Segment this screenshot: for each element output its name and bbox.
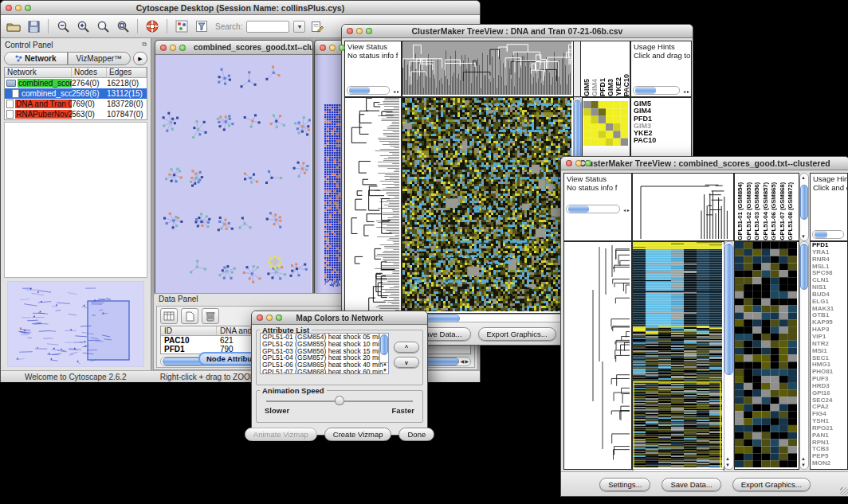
tv1-status-scrollbar[interactable] [347, 86, 390, 95]
tab-vizmapper[interactable]: VizMapper™ [68, 53, 131, 64]
close-button[interactable] [566, 160, 572, 166]
close-button[interactable] [160, 45, 167, 51]
dialog-titlebar[interactable]: Map Colors to Network [252, 311, 427, 325]
tv2-settings-button[interactable]: Settings... [599, 478, 650, 491]
zoom-fit-icon[interactable] [95, 18, 111, 34]
minimize-button[interactable] [575, 160, 582, 166]
tv1-global-heatmap[interactable] [402, 97, 574, 314]
scroll-up-arrow[interactable]: ▲ [383, 361, 387, 366]
attribute-select-icon[interactable] [160, 308, 178, 324]
zoom-button[interactable] [366, 28, 372, 34]
done-button[interactable]: Done [398, 428, 434, 441]
annotation-icon[interactable] [309, 18, 325, 34]
slider-thumb[interactable] [335, 396, 344, 405]
minimize-button[interactable] [356, 28, 363, 34]
minimize-button[interactable] [266, 315, 273, 321]
tv2-column-label[interactable]: GPL51-03 (GSM856) [753, 182, 762, 240]
move-up-button[interactable]: ^ [394, 342, 419, 353]
tv1-export-graphics-button[interactable]: Export Graphics... [478, 327, 556, 341]
close-button[interactable] [257, 315, 263, 321]
search-dropdown-arrow[interactable]: ▼ [293, 21, 305, 33]
minimize-button[interactable] [170, 45, 176, 51]
tv2-header-vscrollbar[interactable]: ▲▼ [799, 173, 809, 241]
tv2-column-label[interactable]: GPL51-02 (GSM855) [745, 182, 754, 240]
filter-icon[interactable] [194, 18, 210, 34]
search-input[interactable] [246, 21, 289, 33]
zoom-out-icon[interactable] [55, 18, 71, 34]
close-button[interactable] [6, 5, 12, 11]
zoom-selected-icon[interactable] [115, 18, 131, 34]
tv2-export-graphics-button[interactable]: Export Graphics... [732, 478, 811, 491]
tv1-column-dendrogram[interactable] [402, 41, 574, 97]
tv2-save-data-button[interactable]: Save Data... [662, 478, 720, 491]
tv1-column-label[interactable]: PFD1 [599, 78, 607, 96]
tv2-status-scrollbar[interactable] [566, 205, 620, 213]
float-panel-icon[interactable]: ⧉ [142, 41, 147, 49]
minimize-button[interactable] [15, 5, 22, 11]
scroll-down-arrow[interactable]: ▼ [383, 368, 387, 373]
tv2-button-bar: Settings... Save Data... Export Graphics… [561, 471, 848, 496]
tv1-correlation-matrix[interactable] [583, 101, 628, 146]
network-overview-birdseye[interactable] [7, 281, 144, 367]
tv2-column-label[interactable]: GPL51-07 (GSM868) [779, 182, 787, 240]
tv1-column-label[interactable]: GIM5 [583, 79, 591, 96]
tv2-column-label[interactable]: GPL51-08 (GSM872) [787, 182, 795, 240]
tv1-column-label[interactable]: GIM4 [591, 79, 599, 96]
zoom-button[interactable] [179, 45, 186, 51]
network-nodes-count: 2764(0) [72, 79, 107, 88]
open-session-button[interactable] [6, 18, 22, 34]
network-row[interactable]: combined_sco2569(6)13112(15) [5, 88, 147, 99]
tv2-genes-vscrollbar[interactable]: ▲▼ [799, 241, 809, 470]
close-button[interactable] [320, 45, 326, 51]
tv1-column-label[interactable]: YKE2 [614, 77, 622, 96]
zoom-button[interactable] [585, 160, 591, 166]
tv1-usage-scrollbar[interactable] [633, 86, 680, 95]
attribute-list[interactable]: GPL51-01 (GSM854) heat shock 05 minGPL51… [260, 333, 389, 374]
delete-attribute-trash-icon[interactable] [202, 308, 219, 324]
tv1-column-label[interactable]: PAC10 [622, 74, 630, 96]
tv2-column-label[interactable]: GPL51-04 (GSM857) [762, 182, 771, 240]
main-titlebar[interactable]: Cytoscape Desktop (Session Name: collins… [1, 1, 480, 15]
animate-vizmap-button[interactable]: Animate Vizmap [245, 428, 317, 441]
tv2-gene-label[interactable]: MON2 [812, 460, 847, 467]
network-row[interactable]: combined_scores2764(0)16218(0) [5, 78, 147, 88]
attribute-list-item[interactable]: GPL51-07 (GSM868) heat shock 60 min [261, 369, 388, 374]
zoom-button[interactable] [339, 45, 345, 51]
tv1-column-label[interactable]: GIM3 [607, 79, 614, 96]
tab-overflow-arrow[interactable]: ▶ [133, 52, 147, 65]
tv1-row-dendrogram[interactable] [344, 97, 402, 314]
zoom-button[interactable] [25, 5, 31, 11]
zoom-button[interactable] [276, 315, 282, 321]
tab-network[interactable]: Network [5, 53, 68, 64]
tv2-heatmap-vscrollbar[interactable]: ▲▼ [724, 241, 734, 470]
vizmapper-icon[interactable] [174, 18, 190, 34]
network-nodes-count: 2569(6) [72, 89, 107, 98]
tv2-zoom-heatmap[interactable] [734, 241, 799, 470]
tv2-row-dendrogram[interactable] [563, 241, 632, 470]
control-panel: Control Panel ⧉ Network VizMapper™ ▶ [1, 38, 151, 370]
zoom-in-icon[interactable] [75, 18, 91, 34]
treeview2-titlebar[interactable]: ClusterMaker TreeView : combined_scores_… [561, 157, 848, 170]
network-row[interactable]: RNAPuberNov2+|563(0)107847(0) [5, 109, 147, 119]
minimize-button[interactable] [329, 45, 336, 51]
network-window-1-titlebar[interactable]: combined_scores_good.txt--cluste... [155, 41, 312, 55]
save-session-button[interactable] [26, 18, 41, 34]
tv2-global-heatmap[interactable] [632, 241, 724, 470]
tv1-row-label[interactable]: PAC10 [634, 137, 691, 144]
tv2-column-dendrogram[interactable] [632, 173, 734, 241]
treeview1-titlebar[interactable]: ClusterMaker TreeView : DNA and Tran 07-… [342, 25, 693, 38]
animation-speed-slider[interactable] [265, 396, 414, 406]
new-attribute-icon[interactable] [181, 308, 198, 324]
network-view-1-canvas[interactable] [155, 55, 311, 294]
tv2-usage-scrollbar[interactable] [812, 230, 844, 239]
create-vizmap-button[interactable]: Create Vizmap [324, 428, 392, 441]
network-row[interactable]: DNA and Tran 07769(0)183728(0) [5, 99, 147, 109]
attribute-list-scrollbar[interactable] [379, 334, 388, 363]
move-down-button[interactable]: v [394, 357, 419, 368]
control-panel-title: Control Panel [5, 41, 53, 49]
tv2-column-label[interactable]: GPL51-01 (GSM854) [736, 182, 745, 240]
tv2-column-label[interactable]: GPL51-06 (GSM865) [770, 182, 779, 240]
close-button[interactable] [347, 28, 353, 34]
help-lifering-icon[interactable] [144, 18, 160, 34]
resize-grip[interactable] [840, 487, 848, 495]
